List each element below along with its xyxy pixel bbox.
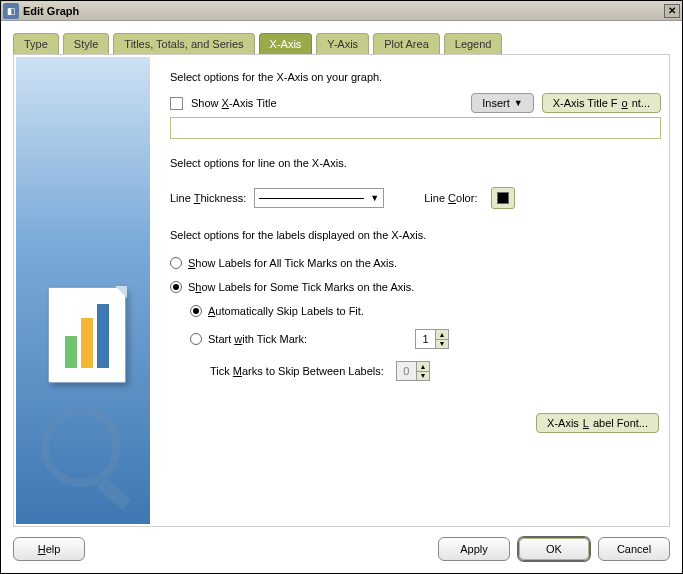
show-xaxis-title-label: Show X-Axis Title <box>191 97 277 109</box>
skip-between-value: 0 <box>397 362 417 380</box>
tab-titles[interactable]: Titles, Totals, and Series <box>113 33 254 54</box>
ok-button[interactable]: OK <box>518 537 590 561</box>
spinner-down-icon[interactable]: ▼ <box>417 372 429 381</box>
spinner-up-icon[interactable]: ▲ <box>436 330 448 340</box>
spinner-up-icon[interactable]: ▲ <box>417 362 429 372</box>
auto-skip-label: Automatically Skip Labels to Fit. <box>208 305 364 317</box>
start-tick-value: 1 <box>416 330 436 348</box>
xaxis-label-font-button[interactable]: X-Axis Label Font... <box>536 413 659 433</box>
labels-some-radio[interactable] <box>170 281 182 293</box>
line-color-label: Line Color: <box>424 192 477 204</box>
dialog-footer: Help Apply OK Cancel <box>1 527 682 573</box>
magnifier-icon <box>41 407 121 487</box>
help-button[interactable]: Help <box>13 537 85 561</box>
tab-style[interactable]: Style <box>63 33 109 54</box>
titlebar: ◧ Edit Graph ✕ <box>1 1 682 21</box>
labels-some-label: Show Labels for Some Tick Marks on the A… <box>188 281 414 293</box>
line-thickness-select[interactable]: ▼ <box>254 188 384 208</box>
edit-graph-window: ◧ Edit Graph ✕ Type Style Titles, Totals… <box>0 0 683 574</box>
window-title: Edit Graph <box>23 5 664 17</box>
skip-between-spinner[interactable]: 0 ▲▼ <box>396 361 430 381</box>
xaxis-title-font-button[interactable]: X-Axis Title Font... <box>542 93 661 113</box>
tab-yaxis[interactable]: Y-Axis <box>316 33 369 54</box>
start-tick-radio[interactable] <box>190 333 202 345</box>
labels-all-radio[interactable] <box>170 257 182 269</box>
spinner-down-icon[interactable]: ▼ <box>436 340 448 349</box>
app-icon: ◧ <box>3 3 19 19</box>
tab-plot-area[interactable]: Plot Area <box>373 33 440 54</box>
tab-bar: Type Style Titles, Totals, and Series X-… <box>13 33 670 54</box>
auto-skip-radio[interactable] <box>190 305 202 317</box>
show-xaxis-title-checkbox[interactable] <box>170 97 183 110</box>
xaxis-options: Select options for the X-Axis on your gr… <box>156 57 667 524</box>
start-tick-label: Start with Tick Mark: <box>208 333 307 345</box>
chevron-down-icon: ▼ <box>370 193 379 203</box>
tab-type[interactable]: Type <box>13 33 59 54</box>
start-tick-spinner[interactable]: 1 ▲▼ <box>415 329 449 349</box>
labels-all-label: Show Labels for All Tick Marks on the Ax… <box>188 257 397 269</box>
tab-legend[interactable]: Legend <box>444 33 503 54</box>
tab-panel: Select options for the X-Axis on your gr… <box>13 54 670 527</box>
skip-between-label: Tick Marks to Skip Between Labels: <box>210 365 384 377</box>
line-intro: Select options for line on the X-Axis. <box>170 157 661 169</box>
line-thickness-label: Line Thickness: <box>170 192 246 204</box>
insert-button[interactable]: Insert ▼ <box>471 93 533 113</box>
close-button[interactable]: ✕ <box>664 4 680 18</box>
tab-xaxis[interactable]: X-Axis <box>259 33 313 54</box>
xaxis-intro: Select options for the X-Axis on your gr… <box>170 71 661 83</box>
apply-button[interactable]: Apply <box>438 537 510 561</box>
content: Type Style Titles, Totals, and Series X-… <box>1 21 682 527</box>
color-swatch-icon <box>497 192 509 204</box>
cancel-button[interactable]: Cancel <box>598 537 670 561</box>
wizard-chart-icon <box>48 287 126 383</box>
labels-intro: Select options for the labels displayed … <box>170 229 661 241</box>
wizard-graphic <box>16 57 150 524</box>
chevron-down-icon: ▼ <box>514 98 523 108</box>
line-color-button[interactable] <box>491 187 515 209</box>
xaxis-title-input[interactable] <box>170 117 661 139</box>
